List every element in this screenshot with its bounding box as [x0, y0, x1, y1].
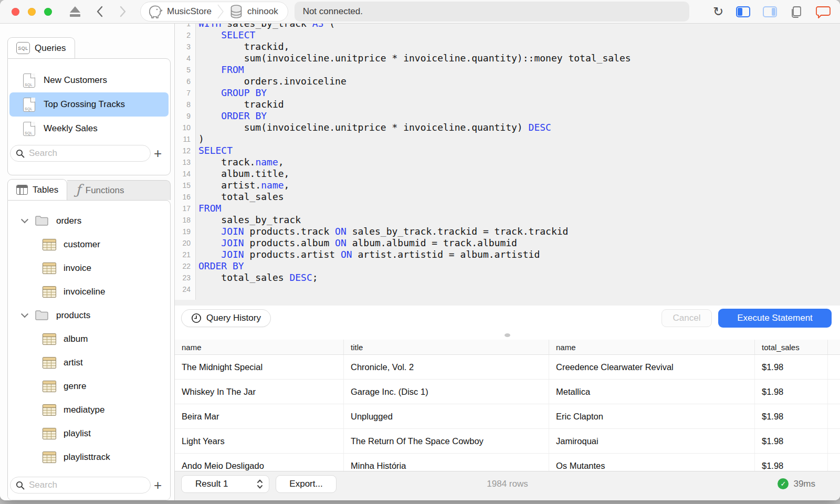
tab-tables[interactable]: Tables [7, 179, 67, 200]
add-table-button[interactable]: + [151, 478, 165, 492]
table-cell[interactable]: Garage Inc. (Disc 1) [344, 380, 549, 404]
queries-search-field[interactable] [10, 145, 151, 162]
table-cell[interactable]: Unplugged [344, 404, 549, 428]
tree-folder-products[interactable]: products [8, 303, 170, 327]
table-cell[interactable]: $1.98 [755, 454, 828, 471]
export-button[interactable]: Export... [276, 475, 337, 493]
table-cell[interactable]: Metallica [549, 380, 755, 404]
table-cell[interactable]: Chronicle, Vol. 2 [344, 355, 549, 379]
table-cell[interactable]: Eric Clapton [549, 404, 755, 428]
tree-folder-orders[interactable]: orders [8, 209, 170, 233]
sql-code[interactable]: WITH sales_by_track AS ( SELECT trackid,… [196, 24, 840, 300]
close-window-button[interactable] [12, 8, 19, 16]
sql-editor[interactable]: 123456789101112131415161718192021222324 … [175, 24, 840, 306]
tab-functions[interactable]: ƒ Functions [67, 180, 171, 200]
feedback-chat-icon[interactable] [816, 5, 831, 19]
code-line[interactable]: ) [198, 133, 840, 145]
table-row[interactable]: The Midnight SpecialChronicle, Vol. 2Cre… [175, 355, 840, 380]
tree-table-invoice[interactable]: invoice [8, 256, 170, 280]
minimize-window-button[interactable] [28, 8, 36, 16]
column-header[interactable]: name [549, 340, 755, 354]
breadcrumb-connection[interactable]: MusicStore [167, 6, 212, 17]
code-line[interactable]: total_sales DESC; [198, 272, 840, 284]
code-line[interactable] [198, 284, 840, 295]
splitter-grip[interactable] [505, 333, 510, 337]
table-cell[interactable]: The Midnight Special [175, 355, 344, 379]
zoom-window-button[interactable] [44, 8, 52, 16]
reload-icon[interactable]: ↻ [713, 5, 723, 18]
code-line[interactable]: SELECT [198, 29, 840, 41]
tree-table-artist[interactable]: artist [8, 351, 170, 374]
cancel-button[interactable]: Cancel [662, 309, 712, 327]
column-header[interactable]: title [344, 340, 549, 354]
code-line[interactable]: ORDER BY [198, 110, 840, 122]
query-list-item[interactable]: SQLWeekly Sales [9, 117, 169, 141]
table-row[interactable]: Ando Meio DesligadoMinha HistóriaOs Muta… [175, 454, 840, 471]
table-cell[interactable]: $1.98 [755, 355, 828, 379]
tables-search-field[interactable] [10, 477, 151, 494]
breadcrumb[interactable]: MusicStore chinook [140, 2, 288, 22]
code-line[interactable]: orders.invoiceline [198, 76, 840, 87]
code-line[interactable]: album.title, [198, 168, 840, 180]
column-header[interactable]: name [175, 340, 344, 354]
result-selector[interactable]: Result 1 [181, 475, 269, 493]
chevron-down-icon[interactable] [21, 310, 28, 318]
tree-table-genre[interactable]: genre [8, 374, 170, 398]
code-line[interactable]: JOIN products.track ON sales_by_track.tr… [198, 226, 840, 237]
table-cell[interactable]: Os Mutantes [549, 454, 755, 471]
code-line[interactable]: JOIN products.album ON album.albumid = t… [198, 237, 840, 249]
table-row[interactable]: Light YearsThe Return Of The Space Cowbo… [175, 429, 840, 454]
query-list-item[interactable]: SQLNew Customers [9, 68, 169, 92]
table-row[interactable]: Whiskey In The JarGarage Inc. (Disc 1)Me… [175, 380, 840, 404]
tree-table-customer[interactable]: customer [8, 233, 170, 256]
toggle-right-sidebar-icon[interactable] [763, 6, 777, 17]
execute-statement-button[interactable]: Execute Statement [718, 309, 832, 328]
code-line[interactable]: SELECT [198, 145, 840, 156]
table-cell[interactable]: Ando Meio Desligado [175, 454, 344, 471]
code-line[interactable]: WITH sales_by_track AS ( [198, 24, 840, 29]
code-line[interactable]: sum(invoiceline.unitprice * invoiceline.… [198, 122, 840, 133]
table-cell[interactable]: Jamiroquai [549, 429, 755, 453]
code-line[interactable]: JOIN products.artist ON artist.artistid … [198, 249, 840, 260]
tab-queries[interactable]: SQL Queries [7, 37, 75, 58]
table-cell[interactable]: $1.98 [755, 429, 828, 453]
code-line[interactable]: sum(invoiceline.unitprice * invoiceline.… [198, 52, 840, 64]
code-line[interactable]: total_sales [198, 191, 840, 203]
code-line[interactable]: FROM [198, 64, 840, 76]
table-row[interactable]: Beira MarUnpluggedEric Clapton$1.98 [175, 404, 840, 429]
tree-table-playlisttrack[interactable]: playlisttrack [8, 445, 170, 469]
table-cell[interactable]: Beira Mar [175, 404, 344, 428]
tree-table-mediatype[interactable]: mediatype [8, 398, 170, 422]
code-line[interactable]: sales_by_track [198, 214, 840, 226]
table-cell[interactable]: Creedence Clearwater Revival [549, 355, 755, 379]
windows-icon[interactable] [790, 5, 803, 19]
code-line[interactable]: FROM [198, 203, 840, 214]
tree-table-album[interactable]: album [8, 327, 170, 351]
code-line[interactable]: track.name, [198, 156, 840, 168]
tree-table-playlist[interactable]: playlist [8, 422, 170, 445]
forward-button[interactable] [119, 6, 127, 17]
chevron-down-icon[interactable] [21, 216, 28, 223]
table-cell[interactable]: $1.98 [755, 380, 828, 404]
code-line[interactable]: ORDER BY [198, 260, 840, 272]
query-list-item[interactable]: SQLTop Grossing Tracks [9, 92, 169, 117]
tree-table-invoiceline[interactable]: invoiceline [8, 280, 170, 303]
eject-icon[interactable] [70, 6, 80, 17]
code-line[interactable]: artist.name, [198, 180, 840, 191]
table-cell[interactable]: The Return Of The Space Cowboy [344, 429, 549, 453]
table-cell[interactable]: Minha História [344, 454, 549, 471]
code-line[interactable]: trackid, [198, 41, 840, 52]
queries-search-input[interactable] [29, 148, 145, 159]
table-cell[interactable]: Light Years [175, 429, 344, 453]
tables-search-input[interactable] [29, 480, 145, 490]
pane-splitter[interactable] [175, 331, 840, 340]
code-line[interactable]: GROUP BY [198, 87, 840, 99]
code-line[interactable]: trackid [198, 99, 840, 110]
breadcrumb-database[interactable]: chinook [247, 6, 278, 17]
add-query-button[interactable]: + [151, 146, 165, 160]
table-cell[interactable]: Whiskey In The Jar [175, 380, 344, 404]
table-cell[interactable]: $1.98 [755, 404, 828, 428]
toggle-left-sidebar-icon[interactable] [736, 6, 750, 17]
column-header[interactable]: total_sales [755, 340, 828, 354]
back-button[interactable] [96, 6, 103, 17]
